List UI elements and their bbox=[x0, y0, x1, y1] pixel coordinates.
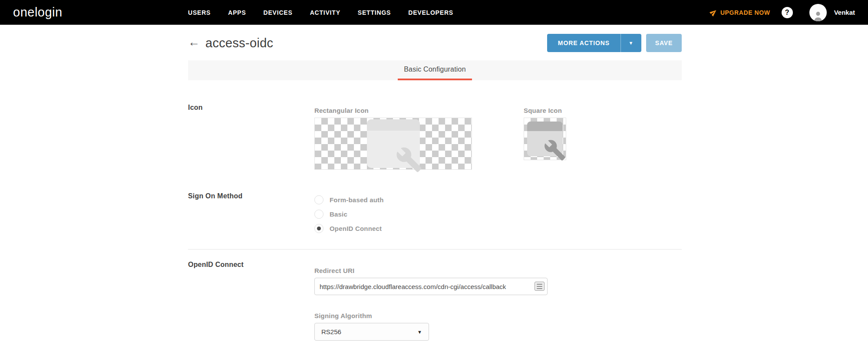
sign-on-method-label: Sign On Method bbox=[188, 192, 314, 233]
sign-on-method-section: Sign On Method Form-based auth Basic Ope… bbox=[188, 192, 682, 233]
radio-icon bbox=[314, 195, 323, 204]
rocket-icon bbox=[708, 7, 719, 18]
chevron-down-icon[interactable]: ▼ bbox=[620, 34, 641, 52]
nav-item-settings[interactable]: SETTINGS bbox=[358, 9, 391, 16]
tab-basic-configuration[interactable]: Basic Configuration bbox=[398, 60, 472, 80]
icon-section: Icon Rectangular Icon Square Icon bbox=[188, 104, 682, 170]
upgrade-now-link[interactable]: UPGRADE NOW bbox=[710, 9, 770, 16]
sign-on-options: Form-based auth Basic OpenID Connect bbox=[314, 192, 384, 233]
back-arrow-icon[interactable]: ← bbox=[188, 36, 200, 50]
redirect-uri-label: Redirect URI bbox=[314, 267, 548, 274]
chevron-down-icon: ▼ bbox=[417, 329, 422, 335]
help-icon[interactable]: ? bbox=[782, 7, 793, 18]
autofill-icon[interactable] bbox=[535, 282, 545, 291]
app-window-icon bbox=[527, 122, 563, 156]
save-button[interactable]: SAVE bbox=[646, 34, 682, 52]
signing-algorithm-value: RS256 bbox=[321, 328, 341, 335]
radio-form-based-auth[interactable]: Form-based auth bbox=[314, 194, 384, 205]
redirect-uri-input[interactable] bbox=[314, 278, 548, 295]
nav-item-activity[interactable]: ACTIVITY bbox=[310, 9, 340, 16]
upgrade-now-label: UPGRADE NOW bbox=[720, 9, 770, 16]
rectangular-icon-group: Rectangular Icon bbox=[314, 107, 472, 170]
nav-item-users[interactable]: USERS bbox=[188, 9, 211, 16]
radio-basic[interactable]: Basic bbox=[314, 209, 384, 219]
radio-icon bbox=[314, 210, 323, 219]
signing-algorithm-label: Signing Algorithm bbox=[314, 312, 548, 319]
more-actions-button[interactable]: MORE ACTIONS ▼ bbox=[547, 34, 641, 52]
page-title: access-oidc bbox=[205, 36, 273, 50]
main-nav: USERS APPS DEVICES ACTIVITY SETTINGS DEV… bbox=[188, 9, 453, 16]
oidc-fields: Redirect URI Signing Algorithm RS256 ▼ bbox=[314, 261, 548, 341]
square-icon-group: Square Icon bbox=[524, 107, 566, 170]
openid-connect-label: OpenID Connect bbox=[188, 261, 314, 341]
openid-connect-section: OpenID Connect Redirect URI Signing Algo… bbox=[188, 261, 682, 341]
more-actions-label: MORE ACTIONS bbox=[547, 34, 620, 52]
avatar[interactable] bbox=[809, 4, 827, 21]
icon-section-label: Icon bbox=[188, 104, 314, 170]
username-label[interactable]: Venkat bbox=[834, 9, 855, 16]
redirect-uri-wrap bbox=[314, 278, 548, 295]
signing-algorithm-select[interactable]: RS256 ▼ bbox=[314, 323, 429, 341]
title-group: ← access-oidc bbox=[188, 36, 273, 50]
wrench-icon bbox=[544, 139, 566, 161]
wrench-icon bbox=[396, 146, 422, 173]
nav-item-apps[interactable]: APPS bbox=[228, 9, 246, 16]
app-window-icon bbox=[367, 119, 420, 168]
navbar-right: UPGRADE NOW ? Venkat bbox=[710, 4, 855, 21]
nav-item-developers[interactable]: DEVELOPERS bbox=[408, 9, 453, 16]
onelogin-logo[interactable]: onelogin bbox=[13, 5, 63, 20]
section-divider bbox=[188, 249, 682, 250]
radio-icon bbox=[314, 224, 323, 233]
icon-fields: Rectangular Icon Square Icon bbox=[314, 104, 566, 170]
nav-item-devices[interactable]: DEVICES bbox=[264, 9, 293, 16]
header-actions: MORE ACTIONS ▼ SAVE bbox=[547, 34, 682, 52]
rectangular-icon-label: Rectangular Icon bbox=[314, 107, 472, 114]
rectangular-icon-preview bbox=[314, 118, 472, 170]
person-icon bbox=[812, 10, 824, 21]
main-content: ← access-oidc MORE ACTIONS ▼ SAVE Basic … bbox=[188, 34, 682, 341]
square-icon-preview bbox=[524, 118, 566, 160]
tab-bar: Basic Configuration bbox=[188, 60, 682, 80]
radio-openid-connect[interactable]: OpenID Connect bbox=[314, 223, 384, 233]
top-navbar: onelogin USERS APPS DEVICES ACTIVITY SET… bbox=[0, 0, 868, 25]
page-header: ← access-oidc MORE ACTIONS ▼ SAVE bbox=[188, 34, 682, 52]
square-icon-label: Square Icon bbox=[524, 107, 566, 114]
